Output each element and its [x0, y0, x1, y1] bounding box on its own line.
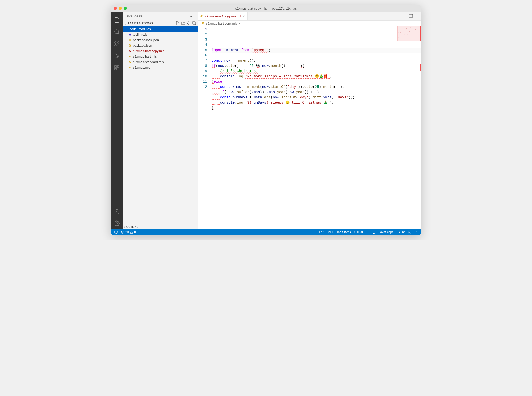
titlebar: s2xmas-bart copy.mjs — pbs127a-s2xmas: [111, 5, 421, 12]
tree-item[interactable]: JSs2xmas-standard.mjs: [123, 59, 198, 65]
file-badge: 9+: [192, 49, 195, 53]
tree-item[interactable]: JSs2xmas.mjs: [123, 65, 198, 70]
maximize-window[interactable]: [124, 7, 127, 10]
tree-item[interactable]: JSs2xmas-bart copy.mjs9+: [123, 48, 198, 54]
chevron-right-icon: ›: [127, 27, 128, 31]
svg-point-4: [118, 57, 119, 58]
json-file-icon: {}: [127, 39, 132, 42]
outline-section-header[interactable]: › OUTLINE: [123, 224, 198, 230]
tab-size[interactable]: Tab Size: 4: [335, 230, 353, 235]
minimap[interactable]: import moment from "moment";const now = …: [397, 26, 421, 41]
encoding[interactable]: UTF-8: [353, 230, 364, 235]
error-count: 20: [125, 230, 129, 234]
json-file-icon: {}: [127, 44, 132, 47]
window-title: s2xmas-bart copy.mjs — pbs127a-s2xmas: [235, 7, 297, 10]
js-file-icon: JS: [127, 55, 132, 58]
cursor-position[interactable]: Ln 1, Col 1: [317, 230, 335, 235]
overview-ruler[interactable]: [420, 26, 421, 74]
eslint-icon: ◉: [127, 33, 132, 36]
close-tab-icon[interactable]: ×: [243, 14, 245, 18]
tree-item[interactable]: {}package.json: [123, 43, 198, 48]
js-file-icon: JS: [127, 61, 132, 63]
svg-point-13: [409, 231, 410, 232]
svg-rect-7: [115, 68, 116, 70]
svg-point-9: [116, 223, 118, 224]
outline-label: OUTLINE: [126, 226, 138, 228]
problems-indicator[interactable]: 20 0: [119, 230, 137, 235]
source-control-icon[interactable]: [111, 38, 123, 50]
svg-rect-5: [115, 66, 116, 68]
sidebar-title: EXPLORER: [127, 15, 143, 18]
search-icon[interactable]: [111, 26, 123, 38]
file-label: node_modules: [129, 27, 195, 31]
tab-label: s2xmas-bart copy.mjs: [205, 14, 236, 18]
split-editor-icon[interactable]: [409, 14, 413, 19]
code-content[interactable]: import moment from "moment";const now = …: [212, 26, 421, 230]
sidebar-more-icon[interactable]: ⋯: [190, 14, 194, 19]
collapse-all-icon[interactable]: [192, 21, 196, 26]
linter-status[interactable]: ESLint: [394, 230, 406, 235]
svg-point-8: [116, 210, 118, 212]
tree-item[interactable]: JSs2xmas-bart.mjs: [123, 54, 198, 59]
file-label: s2xmas-bart.mjs: [133, 55, 195, 58]
explorer-icon[interactable]: [111, 14, 123, 26]
settings-gear-icon[interactable]: [111, 218, 123, 230]
file-label: s2xmas-bart copy.mjs: [133, 49, 192, 53]
editor-tabs: JS s2xmas-bart copy.mjs 9+ × ⋯: [198, 12, 421, 21]
svg-rect-10: [193, 22, 195, 24]
file-label: package-lock.json: [133, 38, 195, 42]
breadcrumb[interactable]: JS s2xmas-bart copy.mjs › …: [198, 21, 421, 26]
editor-tab[interactable]: JS s2xmas-bart copy.mjs 9+ ×: [198, 12, 248, 20]
breadcrumb-rest: …: [241, 22, 245, 26]
close-window[interactable]: [114, 7, 117, 10]
sidebar: EXPLORER ⋯ ⌄ PBS127A-S2XMAS ›node_module…: [123, 12, 198, 230]
tree-item[interactable]: ›node_modules: [123, 26, 198, 32]
svg-point-3: [115, 42, 116, 43]
statusbar: 20 0 Ln 1, Col 1 Tab Size: 4 UTF-8 LF {}…: [111, 230, 421, 235]
new-file-icon[interactable]: [176, 21, 180, 26]
more-actions-icon[interactable]: ⋯: [415, 14, 419, 18]
file-label: s2xmas-standard.mjs: [133, 60, 195, 64]
activity-bar: [111, 12, 123, 230]
new-folder-icon[interactable]: [181, 21, 185, 26]
chevron-down-icon: ⌄: [124, 22, 127, 25]
tree-item[interactable]: ◉.eslintrc.js: [123, 32, 198, 37]
project-name: PBS127A-S2XMAS: [128, 22, 176, 25]
svg-rect-6: [117, 66, 119, 68]
line-gutter: 123456789101112: [198, 26, 212, 230]
chevron-right-icon: ›: [124, 226, 125, 228]
refresh-icon[interactable]: [187, 21, 191, 26]
extensions-icon[interactable]: [111, 62, 123, 74]
svg-point-1: [118, 42, 119, 43]
account-icon[interactable]: [111, 206, 123, 218]
js-file-icon: JS: [127, 66, 132, 69]
chevron-right-icon: ›: [239, 22, 240, 26]
file-tree: ›node_modules◉.eslintrc.js{}package-lock…: [123, 26, 198, 224]
eol[interactable]: LF: [364, 230, 371, 235]
file-label: package.json: [133, 44, 195, 48]
tree-item[interactable]: {}package-lock.json: [123, 37, 198, 43]
run-debug-icon[interactable]: [111, 50, 123, 62]
remote-indicator[interactable]: [113, 230, 119, 235]
project-section-header[interactable]: ⌄ PBS127A-S2XMAS: [123, 21, 198, 26]
file-label: s2xmas.mjs: [133, 66, 195, 70]
warning-count: 0: [134, 230, 136, 234]
breadcrumb-file: s2xmas-bart copy.mjs: [206, 22, 237, 26]
notifications-icon[interactable]: [413, 230, 419, 235]
js-file-icon: JS: [127, 50, 132, 52]
feedback-icon[interactable]: [406, 230, 413, 235]
language-mode[interactable]: {} JavaScript: [371, 230, 394, 235]
minimize-window[interactable]: [119, 7, 122, 10]
svg-point-2: [115, 45, 116, 46]
js-file-icon: JS: [200, 15, 203, 18]
file-label: .eslintrc.js: [133, 33, 195, 36]
tab-badge: 9+: [238, 14, 241, 18]
editor-body[interactable]: 123456789101112 import moment from "mome…: [198, 26, 421, 230]
svg-point-0: [115, 30, 119, 34]
js-file-icon: JS: [201, 22, 204, 25]
